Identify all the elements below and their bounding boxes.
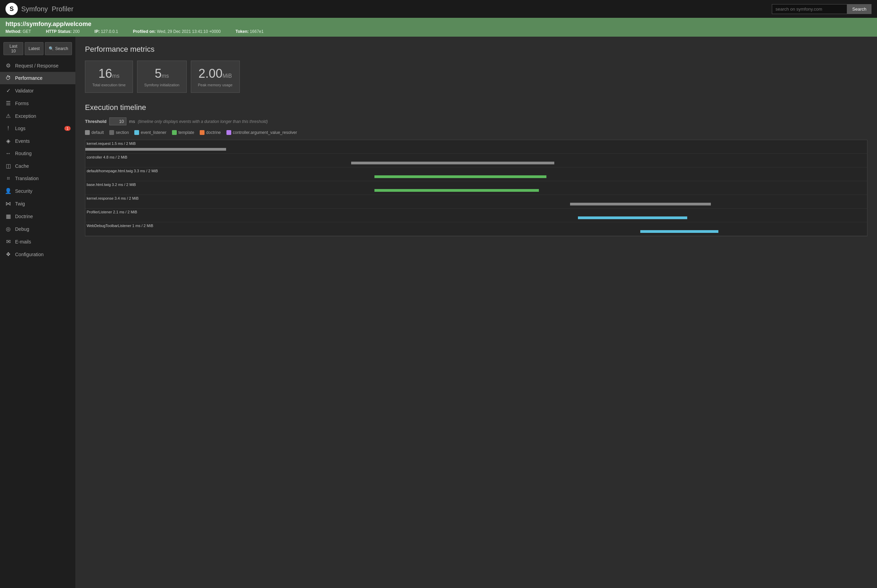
metric-label: Symfony initialization: [144, 83, 180, 87]
header-search-area: Search: [772, 4, 871, 14]
main-layout: Last 10 Latest 🔍 Search ⚙ Request / Resp…: [0, 37, 877, 588]
sidebar-search-button[interactable]: 🔍 Search: [45, 42, 72, 55]
sidebar-item-logs[interactable]: ! Logs 1: [0, 122, 75, 135]
sidebar-item-label-translation: Translation: [15, 176, 39, 181]
timeline-bar: [640, 230, 718, 233]
timeline-row-label: kernel.response 3.4 ms / 2 MiB: [85, 196, 139, 200]
metric-unit: ms: [112, 73, 119, 79]
top-bar: S Symfony Profiler Search: [0, 0, 877, 18]
timeline-row: kernel.response 3.4 ms / 2 MiB: [85, 195, 867, 208]
metric-label: Peak memory usage: [198, 83, 233, 87]
sidebar-item-routing[interactable]: ↔ Routing: [0, 147, 75, 160]
sidebar-item-cache[interactable]: ◫ Cache: [0, 160, 75, 172]
threshold-row: Threshold ms (timeline only displays eve…: [85, 117, 867, 125]
header-search-input[interactable]: [772, 4, 847, 14]
main-content: Performance metrics 16ms Total execution…: [75, 37, 877, 588]
sidebar-item-label-forms: Forms: [15, 100, 29, 106]
sidebar-item-doctrine[interactable]: ▦ Doctrine: [0, 210, 75, 223]
timeline-bar: [570, 203, 711, 206]
search-icon: 🔍: [49, 46, 54, 51]
sidebar-item-validator[interactable]: ✓ Validator: [0, 84, 75, 97]
timeline-row: kernel.request 1.5 ms / 2 MiB: [85, 140, 867, 154]
sidebar-item-label-doctrine: Doctrine: [15, 214, 33, 219]
legend-label-doctrine: doctrine: [206, 130, 221, 135]
sidebar-item-label-logs: Logs: [15, 126, 26, 131]
cache-icon: ◫: [5, 163, 12, 169]
sidebar-items: ⚙ Request / Response ⏱ Performance ✓ Val…: [0, 59, 75, 261]
symfony-logo: S: [6, 3, 18, 15]
token: Token: 1667e1: [236, 29, 270, 34]
latest-button[interactable]: Latest: [25, 42, 44, 55]
metric-unit: ms: [162, 73, 169, 79]
legend: default section event_listener template …: [85, 130, 867, 135]
sidebar-item-security[interactable]: 👤 Security: [0, 184, 75, 197]
legend-color-doctrine: [200, 130, 204, 135]
timeline-row: controller 4.8 ms / 2 MiB: [85, 154, 867, 168]
logo-letter: S: [10, 6, 14, 13]
sidebar-item-label-twig: Twig: [15, 201, 25, 207]
profiled-on-value: Wed, 29 Dec 2021 13:41:10 +0000: [157, 29, 221, 34]
header-search-button[interactable]: Search: [847, 4, 871, 14]
ip-value: 127.0.0.1: [101, 29, 118, 34]
sidebar-item-exception[interactable]: ⚠ Exception: [0, 110, 75, 122]
exception-icon: ⚠: [5, 112, 12, 119]
ip-address: IP: 127.0.0.1: [95, 29, 126, 34]
top-bar-brand: S Symfony Profiler: [6, 3, 73, 15]
sidebar-item-twig[interactable]: ⋈ Twig: [0, 197, 75, 210]
timeline-row-label: WebDebugToolbarListener 1 ms / 2 MiB: [85, 224, 153, 228]
threshold-input[interactable]: [109, 117, 126, 125]
sidebar-item-performance[interactable]: ⏱ Performance: [0, 72, 75, 84]
metric-label: Total execution time: [92, 83, 126, 87]
timeline-bar: [578, 216, 687, 219]
sidebar-item-emails[interactable]: ✉ E-mails: [0, 235, 75, 248]
sidebar-item-label-configuration: Configuration: [15, 252, 44, 257]
threshold-note: (timeline only displays events with a du…: [138, 119, 268, 124]
metric-card: 2.00MiB Peak memory usage: [191, 61, 240, 93]
legend-event_listener: event_listener: [134, 130, 167, 135]
profiled-on: Profiled on: Wed, 29 Dec 2021 13:41:10 +…: [133, 29, 229, 34]
sidebar-nav-buttons: Last 10 Latest 🔍 Search: [0, 39, 75, 59]
app-title: Symfony Profiler: [21, 5, 73, 13]
timeline-bar: [85, 148, 226, 151]
emails-icon: ✉: [5, 238, 12, 245]
timeline-row-label: kernel.request 1.5 ms / 2 MiB: [85, 141, 136, 146]
sidebar-item-configuration[interactable]: ❖ Configuration: [0, 248, 75, 261]
sidebar-item-label-performance: Performance: [15, 75, 42, 81]
sidebar-item-translation[interactable]: ⌗ Translation: [0, 172, 75, 184]
timeline-bar: [374, 176, 547, 178]
sidebar-item-label-cache: Cache: [15, 164, 29, 169]
sidebar-item-label-security: Security: [15, 188, 33, 194]
routing-icon: ↔: [5, 150, 12, 156]
sidebar-item-forms[interactable]: ☰ Forms: [0, 97, 75, 110]
validator-icon: ✓: [5, 87, 12, 94]
legend-label-event_listener: event_listener: [141, 130, 167, 135]
sidebar-item-events[interactable]: ◈ Events: [0, 135, 75, 147]
translation-icon: ⌗: [5, 176, 12, 182]
legend-label-default: default: [92, 130, 104, 135]
timeline-row: default/homepage.html.twig 3.3 ms / 2 Mi…: [85, 168, 867, 181]
timeline-row: WebDebugToolbarListener 1 ms / 2 MiB: [85, 222, 867, 236]
sidebar: Last 10 Latest 🔍 Search ⚙ Request / Resp…: [0, 37, 75, 588]
doctrine-icon: ▦: [5, 213, 12, 219]
metric-value: 2.00MiB: [198, 66, 233, 81]
http-status: HTTP Status: 200: [46, 29, 88, 34]
metric-value: 5ms: [144, 66, 180, 81]
metric-unit: MiB: [222, 73, 232, 79]
request-response-icon: ⚙: [5, 62, 12, 69]
legend-section: section: [109, 130, 129, 135]
performance-title: Performance metrics: [85, 45, 867, 54]
last-10-button[interactable]: Last 10: [3, 42, 23, 55]
timeline-row: base.html.twig 3.2 ms / 2 MiB: [85, 181, 867, 195]
twig-icon: ⋈: [5, 200, 12, 207]
sidebar-item-debug[interactable]: ◎ Debug: [0, 223, 75, 235]
timeline-row-label: ProfilerListener 2.1 ms / 2 MiB: [85, 210, 137, 214]
metric-card: 5ms Symfony initialization: [137, 61, 187, 93]
security-icon: 👤: [5, 188, 12, 194]
sidebar-item-label-routing: Routing: [15, 151, 32, 156]
sidebar-item-request-response[interactable]: ⚙ Request / Response: [0, 59, 75, 72]
legend-color-default: [85, 130, 90, 135]
debug-icon: ◎: [5, 226, 12, 232]
timeline-bar: [374, 189, 539, 192]
timeline-bar: [351, 162, 554, 164]
logs-icon: !: [5, 125, 12, 132]
